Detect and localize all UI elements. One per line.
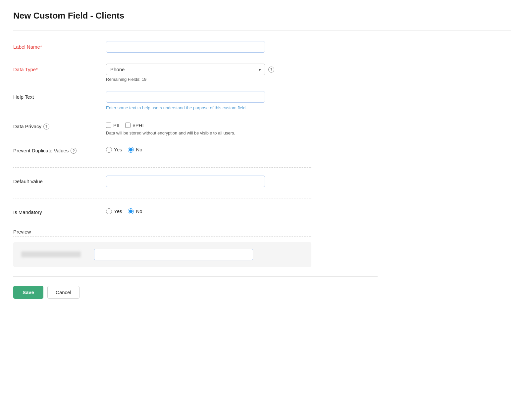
data-type-select[interactable]: Text Number Phone Email Date Dropdown Ch… [106,64,265,75]
prevent-duplicate-help-icon[interactable]: ? [71,148,77,154]
page-title: New Custom Field - Clients [13,11,511,21]
prevent-duplicate-yes-label[interactable]: Yes [106,147,122,153]
is-mandatory-yes-radio[interactable] [106,208,112,214]
is-mandatory-no-radio[interactable] [128,208,134,214]
remaining-fields-text: Remaining Fields: 19 [106,77,311,82]
data-type-select-wrapper: Text Number Phone Email Date Dropdown Ch… [106,64,265,75]
ephi-label: ePHI [132,123,143,128]
data-privacy-checkboxes: PII ePHI [106,121,311,128]
is-mandatory-no-text: No [136,208,142,214]
help-text-control: Enter some text to help users understand… [106,91,311,111]
data-type-row: Data Type* Text Number Phone Email Date … [13,64,311,82]
data-privacy-row: Data Privacy ? PII ePHI Data will be sto… [13,121,311,135]
pii-label: PII [113,123,119,128]
help-text-hint: Enter some text to help users understand… [106,105,265,111]
prevent-duplicate-label: Prevent Duplicate Values ? [13,145,106,154]
form-container: Label Name* Data Type* Text Number Phone… [13,41,311,267]
is-mandatory-divider [13,198,311,198]
data-privacy-label: Data Privacy ? [13,121,106,130]
label-name-label: Label Name* [13,41,106,50]
data-privacy-control: PII ePHI Data will be stored without enc… [106,121,311,135]
preview-box [13,242,311,267]
ephi-checkbox[interactable] [125,123,131,128]
default-value-control [106,176,311,187]
is-mandatory-label: Is Mandatory [13,206,106,215]
footer-divider [13,276,378,277]
help-text-row: Help Text Enter some text to help users … [13,91,311,111]
default-value-row: Default Value [13,176,311,189]
data-type-control: Text Number Phone Email Date Dropdown Ch… [106,64,311,82]
prevent-duplicate-no-label[interactable]: No [128,147,142,153]
default-value-divider [13,167,311,168]
help-text-label: Help Text [13,91,106,100]
prevent-duplicate-no-text: No [136,147,142,152]
is-mandatory-radios: Yes No [106,206,311,214]
ephi-checkbox-label[interactable]: ePHI [125,123,143,128]
prevent-duplicate-yes-text: Yes [114,147,122,152]
title-divider [13,30,511,30]
preview-section: Preview [13,229,311,267]
footer-buttons: Save Cancel [13,286,511,299]
preview-field-label-blurred [21,251,81,257]
pii-checkbox-label[interactable]: PII [106,123,119,128]
label-name-input[interactable] [106,41,265,53]
save-button[interactable]: Save [13,286,43,299]
default-value-label: Default Value [13,176,106,184]
prevent-duplicate-row: Prevent Duplicate Values ? Yes No [13,145,311,158]
is-mandatory-yes-text: Yes [114,208,122,214]
preview-dashed-divider [13,236,311,237]
data-type-label: Data Type* [13,64,106,72]
prevent-duplicate-control: Yes No [106,145,311,153]
is-mandatory-row: Is Mandatory Yes No [13,206,311,220]
data-privacy-note: Data will be stored without encryption a… [106,131,265,135]
label-name-control [106,41,311,53]
preview-input [94,249,253,260]
pii-checkbox[interactable] [106,123,111,128]
cancel-button[interactable]: Cancel [47,286,79,299]
label-name-row: Label Name* [13,41,311,54]
default-value-input[interactable] [106,176,265,187]
is-mandatory-control: Yes No [106,206,311,214]
data-privacy-help-icon[interactable]: ? [43,124,49,130]
data-type-help-icon[interactable]: ? [268,67,274,73]
prevent-duplicate-no-radio[interactable] [128,147,134,153]
help-text-input[interactable] [106,91,265,103]
is-mandatory-yes-label[interactable]: Yes [106,208,122,214]
is-mandatory-no-label[interactable]: No [128,208,142,214]
prevent-duplicate-yes-radio[interactable] [106,147,112,153]
preview-label: Preview [13,229,311,235]
prevent-duplicate-radios: Yes No [106,145,311,153]
